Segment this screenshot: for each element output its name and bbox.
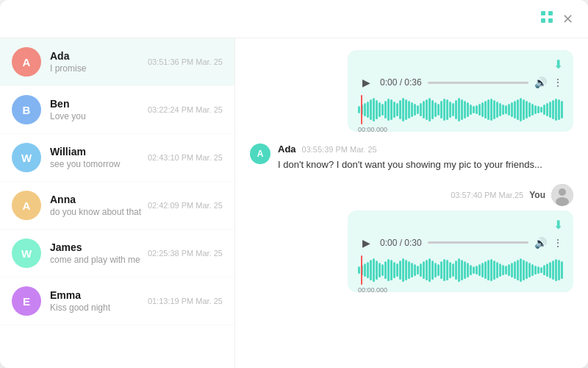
- waveform-bar: [458, 98, 460, 121]
- waveform-bar: [379, 263, 381, 277]
- waveform-bar: [484, 101, 487, 118]
- waveform-bar: [399, 261, 401, 280]
- waveform-bar: [537, 106, 539, 113]
- waveform-bar: [561, 261, 563, 279]
- waveform-bar: [408, 101, 410, 118]
- titlebar: ✕: [0, 0, 588, 38]
- waveform-bar: [555, 99, 557, 121]
- waveform-bar: [528, 102, 531, 117]
- waveform-bar: [549, 262, 551, 278]
- waveform-bar: [540, 107, 542, 113]
- waveform-bar: [537, 266, 539, 274]
- chat-item-ben[interactable]: B Ben Love you 03:22:24 PM Mar. 25: [0, 86, 234, 134]
- volume-icon[interactable]: 🔊: [534, 237, 547, 249]
- waveform-bar: [517, 99, 519, 120]
- waveform-bar: [376, 100, 378, 119]
- waveform-bar: [496, 102, 498, 118]
- svg-point-6: [556, 197, 569, 206]
- waveform-bar: [443, 259, 445, 281]
- chat-info-emma: Emma Kiss good night: [50, 289, 142, 313]
- waveform-bar: [373, 258, 375, 282]
- chat-preview-william: see you tomorrow: [50, 159, 142, 169]
- waveform-bar: [440, 101, 442, 118]
- outgoing-label: You: [529, 190, 545, 200]
- chat-preview-ada: I promise: [50, 63, 142, 74]
- outgoing-timestamp: 03:57:40 PM Mar.25: [451, 191, 523, 199]
- grid-icon[interactable]: [540, 10, 553, 27]
- waveform-bar: [487, 260, 490, 280]
- audio-progress-bar[interactable]: [428, 241, 528, 244]
- waveform-bar: [467, 102, 469, 117]
- sender-avatar: A: [250, 144, 270, 164]
- chat-info-ada: Ada I promise: [50, 50, 142, 74]
- waveform-bar: [370, 260, 372, 280]
- waveform-bar: [552, 100, 554, 119]
- chat-item-anna[interactable]: A Anna do you know about that 02:42:09 P…: [0, 182, 234, 230]
- waveform-bar: [505, 105, 507, 114]
- waveform-bar: [443, 99, 445, 121]
- user-avatar: [551, 184, 573, 206]
- download-icon[interactable]: ⬇: [553, 218, 563, 232]
- waveform-bar: [490, 99, 492, 121]
- chat-time-ada: 03:51:36 PM Mar. 25: [148, 57, 223, 66]
- waveform-bar: [478, 264, 481, 276]
- waveform-bar: [490, 259, 492, 281]
- message-text: I don't know? I don't want you showing m…: [278, 158, 573, 172]
- chat-name-ada: Ada: [50, 50, 142, 62]
- user-avatar-svg: [551, 184, 573, 206]
- chat-item-emma[interactable]: E Emma Kiss good night 01:13:19 PM Mar. …: [0, 277, 234, 325]
- waveform-bar: [534, 105, 537, 114]
- waveform-bar: [437, 264, 440, 276]
- waveform-bar: [405, 260, 407, 280]
- waveform-bar: [455, 261, 457, 280]
- waveform-timestamp: 00:00.000: [358, 286, 563, 294]
- audio-controls: ▶ 0:00 / 0:36 🔊 ⋮: [358, 74, 563, 91]
- waveform-bar: [561, 101, 563, 118]
- more-icon[interactable]: ⋮: [553, 237, 563, 249]
- chat-name-emma: Emma: [50, 289, 142, 301]
- waveform-bar: [364, 263, 366, 277]
- play-button[interactable]: ▶: [358, 235, 374, 251]
- waveform-bar: [476, 266, 478, 275]
- chat-item-james[interactable]: W James come and play with me 02:25:38 P…: [0, 230, 234, 277]
- svg-rect-1: [548, 11, 553, 15]
- chat-preview-emma: Kiss good night: [50, 302, 142, 313]
- waveform-bar: [429, 98, 431, 121]
- waveform-bar: [511, 102, 513, 117]
- waveform-bar: [414, 264, 416, 276]
- waveform-bar: [449, 262, 451, 278]
- waveform-bar: [426, 99, 428, 120]
- audio-bubble: ⬇ ▶ 0:00 / 0:30 🔊 ⋮ 00:00.000: [348, 210, 573, 292]
- waveform-bar: [514, 261, 516, 279]
- svg-rect-3: [548, 18, 553, 23]
- svg-point-5: [559, 188, 566, 196]
- waveform-bar: [423, 261, 425, 279]
- waveform-bar: [502, 105, 504, 115]
- message-body: Ada 03:55:39 PM Mar. 25 I don't know? I …: [278, 144, 573, 172]
- volume-icon[interactable]: 🔊: [534, 77, 547, 88]
- audio-progress-bar[interactable]: [428, 82, 528, 84]
- waveform-bar: [402, 98, 404, 121]
- more-icon[interactable]: ⋮: [553, 77, 563, 88]
- waveform-bar: [546, 263, 548, 277]
- chat-preview-anna: do you know about that: [50, 207, 142, 217]
- waveform-bar: [499, 103, 501, 116]
- waveform-bar: [376, 261, 378, 280]
- waveform-bar: [526, 261, 528, 279]
- waveform-bar: [481, 263, 484, 277]
- waveform-bar: [543, 265, 545, 275]
- svg-rect-2: [541, 18, 545, 23]
- chat-item-william[interactable]: W William see you tomorrow 02:43:10 PM M…: [0, 134, 234, 182]
- chat-time-ben: 03:22:24 PM Mar. 25: [148, 105, 223, 114]
- download-icon[interactable]: ⬇: [553, 57, 563, 71]
- avatar-ada: A: [12, 47, 41, 77]
- close-icon[interactable]: ✕: [562, 11, 573, 27]
- chat-item-ada[interactable]: A Ada I promise 03:51:36 PM Mar. 25: [0, 38, 234, 86]
- waveform-bar: [543, 105, 545, 115]
- waveform-bar: [470, 265, 472, 275]
- waveform-bar: [446, 260, 448, 280]
- waveform-bar: [423, 101, 425, 118]
- play-button[interactable]: ▶: [358, 74, 374, 91]
- waveform-bar: [396, 103, 398, 116]
- waveform: 00:00.000: [358, 95, 563, 124]
